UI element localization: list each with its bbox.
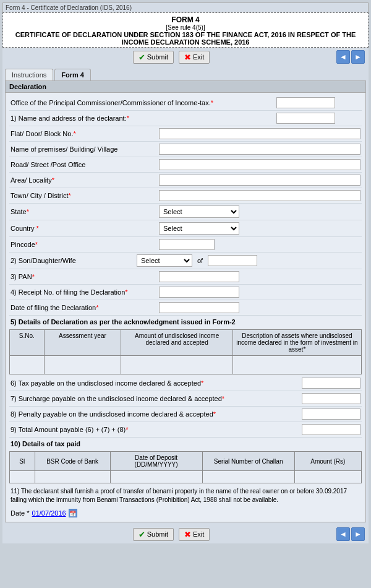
cell-bsr — [35, 471, 110, 483]
tax9-input[interactable] — [302, 424, 360, 435]
section-header: Declaration — [6, 81, 365, 93]
col-amount-rs: Amount (Rs) — [294, 452, 361, 471]
son-of-input[interactable] — [208, 255, 257, 266]
tax7-row: 7) Surcharge payable on the undisclosed … — [9, 391, 362, 407]
col-serial: Serial Number of Challan — [202, 452, 294, 471]
pincode-row: Pincode* — [9, 237, 362, 253]
main-title: FORM 4 — [4, 15, 367, 24]
col-amount: Amount of undisclosed income declared an… — [121, 330, 232, 356]
state-select[interactable]: Select — [159, 205, 239, 218]
pan-input[interactable] — [159, 271, 239, 282]
receipt-row: 4) Receipt No. of filing the Declaration… — [9, 285, 362, 300]
tabs-bar: Instructions Form 4 — [2, 66, 369, 80]
road-input[interactable] — [159, 159, 360, 170]
flat-row: Flat/ Door/ Block No.* — [9, 126, 362, 142]
bottom-check-icon: ✔ — [139, 530, 145, 539]
toolbar-buttons: ✔ Submit ✖ Exit — [133, 51, 210, 64]
date-row: Date * 01/07/2016 📅 — [9, 507, 362, 519]
premises-row: Name of premises/ Building/ Village — [9, 142, 362, 157]
name-address-input[interactable] — [276, 113, 335, 124]
receipt-input[interactable] — [159, 287, 239, 298]
premises-label: Name of premises/ Building/ Village — [11, 145, 159, 153]
bottom-submit-button[interactable]: ✔ Submit — [133, 528, 174, 541]
country-select[interactable]: Select — [159, 222, 239, 235]
table-row — [10, 356, 362, 374]
flat-input[interactable] — [159, 128, 360, 139]
area-label: Area/ Locality* — [11, 176, 159, 184]
pan-row: 3) PAN* — [9, 269, 362, 285]
bottom-submit-label: Submit — [147, 530, 168, 538]
details-section-heading: 5) Details of Declaration as per the ack… — [9, 316, 362, 328]
date-label: Date * — [11, 509, 30, 517]
form-body: Declaration Office of the Principal Comm… — [5, 80, 366, 522]
cell-description — [232, 356, 361, 374]
country-label: Country * — [11, 225, 159, 232]
cell-date-deposit — [110, 471, 202, 483]
town-input[interactable] — [159, 190, 360, 201]
forward-arrow-button[interactable]: ► — [351, 50, 365, 64]
tab-instructions[interactable]: Instructions — [5, 69, 53, 80]
details-table: S.No. Assessment year Amount of undisclo… — [9, 329, 362, 374]
town-row: Town/ City / District* — [9, 188, 362, 204]
top-toolbar: ✔ Submit ✖ Exit ◄ ► — [2, 48, 369, 66]
premises-input[interactable] — [159, 144, 360, 155]
tax8-label: 8) Penalty payable on the undisclosed in… — [11, 410, 302, 418]
bottom-back-arrow[interactable]: ◄ — [336, 527, 350, 541]
of-label: of — [195, 257, 205, 264]
bottom-toolbar-buttons: ✔ Submit ✖ Exit — [133, 528, 210, 541]
x-icon: ✖ — [184, 53, 191, 62]
bottom-x-icon: ✖ — [184, 530, 191, 539]
col-sl: Sl — [10, 452, 35, 471]
area-row: Area/ Locality* — [9, 173, 362, 188]
bottom-exit-label: Exit — [193, 530, 204, 538]
pan-label: 3) PAN* — [11, 273, 159, 280]
tax7-input[interactable] — [302, 393, 360, 404]
tax6-input[interactable] — [302, 378, 360, 389]
date-filing-label: Date of filing the Declaration* — [11, 304, 159, 311]
calendar-icon[interactable]: 📅 — [69, 509, 77, 517]
bottom-exit-button[interactable]: ✖ Exit — [179, 528, 210, 541]
name-address-label: 1) Name and address of the declarant:* — [11, 115, 276, 122]
date-filing-input[interactable] — [159, 302, 239, 313]
tax9-row: 9) Total Amount payable (6) + (7) + (8)* — [9, 422, 362, 438]
office-input[interactable] — [276, 97, 335, 108]
tax6-row: 6) Tax payable on the undisclosed income… — [9, 376, 362, 391]
footer-note: 11) The declarant shall furnish a proof … — [9, 485, 362, 507]
son-daughter-select[interactable]: Select — [137, 254, 192, 267]
section-title: CERTIFICATE OF DECLARATION UNDER SECTION… — [4, 31, 367, 46]
country-row: Country * Select — [9, 220, 362, 237]
col-date-deposit: Date of Deposit (DD/MM/YYYY) — [110, 452, 202, 471]
son-daughter-row: 2) Son/Daughter/Wife Select of — [9, 253, 362, 269]
tax8-input[interactable] — [302, 409, 360, 420]
tax-paid-table: Sl BSR Code of Bank Date of Deposit (DD/… — [9, 451, 362, 483]
state-row: State* Select — [9, 204, 362, 220]
cell-serial-challan — [202, 471, 294, 483]
back-arrow-button[interactable]: ◄ — [336, 50, 350, 64]
cell-amount — [121, 356, 232, 374]
exit-button[interactable]: ✖ Exit — [179, 51, 210, 64]
receipt-label: 4) Receipt No. of filing the Declaration… — [11, 288, 159, 296]
submit-button[interactable]: ✔ Submit — [133, 51, 174, 64]
bottom-forward-arrow[interactable]: ► — [351, 527, 365, 541]
bottom-nav-arrows: ◄ ► — [336, 527, 365, 541]
window-title-bar: Form 4 - Certificate of Declaration (IDS… — [2, 2, 369, 12]
office-row: Office of the Principal Commissioner/Com… — [9, 95, 362, 111]
window-title: Form 4 - Certificate of Declaration (IDS… — [6, 4, 132, 11]
pincode-input[interactable] — [159, 239, 215, 250]
tax-paid-heading: 10) Details of tax paid — [9, 438, 362, 450]
cell-sl — [10, 471, 35, 483]
tax9-label: 9) Total Amount payable (6) + (7) + (8)* — [11, 426, 302, 433]
form-content: Office of the Principal Commissioner/Com… — [6, 93, 365, 522]
area-input[interactable] — [159, 175, 360, 186]
exit-label: Exit — [193, 53, 204, 61]
date-value[interactable]: 01/07/2016 — [32, 509, 66, 517]
check-icon: ✔ — [139, 53, 145, 62]
tax8-row: 8) Penalty payable on the undisclosed in… — [9, 407, 362, 422]
town-label: Town/ City / District* — [11, 192, 159, 199]
road-row: Road/ Street /Post Office — [9, 157, 362, 173]
pincode-label: Pincode* — [11, 241, 159, 248]
state-label: State* — [11, 208, 159, 215]
name-address-row: 1) Name and address of the declarant:* — [9, 111, 362, 126]
col-sno: S.No. — [10, 330, 45, 356]
tab-form4[interactable]: Form 4 — [54, 69, 91, 80]
